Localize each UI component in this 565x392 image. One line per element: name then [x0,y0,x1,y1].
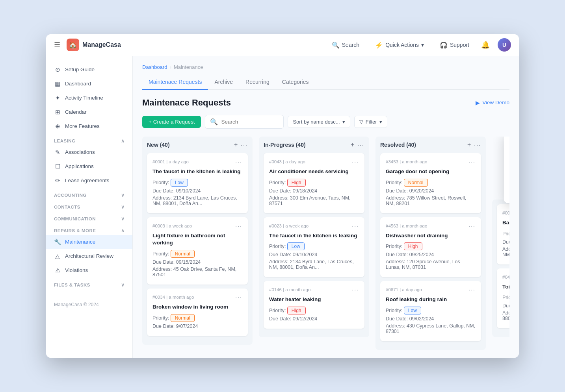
view-demo-button[interactable]: ▶ View Demo [476,100,509,106]
column-header-resolved: Resolved (40) + ··· [380,141,481,148]
card-0084[interactable]: #0084 | a week ago ··· Backyard fence da… [497,204,509,264]
search-icon: 🔍 [332,41,340,49]
card-0023[interactable]: #0023 | a week ago ··· The faucet in the… [264,217,364,277]
column-more-icon[interactable]: ··· [357,142,364,148]
popup-card-3453[interactable]: #3453 | a month ago ··· Garage door not … [504,137,509,203]
sidebar: ⊙ Setup Guide ▦ Dashboard ✦ Activity Tim… [46,56,133,358]
associations-icon: ✎ [54,149,61,156]
sidebar-item-lease-agreements[interactable]: ✏ Lease Agreements [46,174,132,188]
sidebar-section-contacts: Contacts ∨ [46,200,132,211]
add-card-icon[interactable]: + [467,141,471,148]
quick-actions-button[interactable]: ⚡ Quick Actions ▾ [371,39,428,51]
card-4563[interactable]: #4563 | a month ago ··· Dishwasher not d… [380,217,481,277]
chevron-icon: ∨ [121,216,125,222]
card-more-icon[interactable]: ··· [468,287,476,293]
column-more-icon[interactable]: ··· [241,142,248,148]
setup-icon: ⊙ [54,66,61,73]
sidebar-item-maintenance[interactable]: 🔧 Maintenance [46,235,132,249]
sidebar-item-applications[interactable]: ☐ Applications [46,159,132,174]
sidebar-section-files-tasks: Files & Tasks ∨ [46,277,132,289]
breadcrumb-maintenance: Maintenance [174,64,203,70]
sidebar-item-architectural-review[interactable]: △ Architectural Review [46,249,132,263]
sidebar-item-associations[interactable]: ✎ Associations [46,145,132,159]
top-nav: ☰ 🏠 ManageCasa 🔍 Search ⚡ Quick Actions … [46,34,519,56]
card-more-icon[interactable]: ··· [235,159,242,165]
sidebar-item-calendar[interactable]: ⊞ Calendar [46,105,132,119]
chevron-icon: ∨ [121,192,125,198]
sort-button[interactable]: Sort by name desc... ▾ [288,116,350,128]
card-0671[interactable]: #0671 | a day ago ··· Roof leaking durin… [380,281,481,341]
card-3453[interactable]: #3453 | a month ago ··· Garage door not … [380,153,481,213]
timeline-icon: ✦ [54,94,61,102]
main-layout: ⊙ Setup Guide ▦ Dashboard ✦ Activity Tim… [46,56,519,358]
kanban-column-in-progress: In-Progress (40) + ··· #0043 | a day ago… [259,137,369,338]
chevron-icon: ∨ [121,282,125,288]
chevron-down-icon: ▾ [342,119,345,125]
kanban-column-extra: #0084 | a week ago ··· Backyard fence da… [492,200,509,337]
applications-icon: ☐ [54,163,61,170]
create-request-button[interactable]: + Create a Request [142,116,201,128]
sidebar-item-dashboard[interactable]: ▦ Dashboard [46,77,132,91]
breadcrumb-separator: › [170,64,171,70]
card-more-icon[interactable]: ··· [352,159,359,165]
violations-icon: ⚠ [54,267,61,274]
calendar-icon: ⊞ [54,109,61,116]
sidebar-item-more-features[interactable]: ⊕ More Features [46,119,132,133]
chevron-down-icon: ▾ [379,119,382,125]
more-icon: ⊕ [54,123,61,130]
add-card-icon[interactable]: + [351,141,354,148]
avatar[interactable]: U [498,38,511,52]
lease-icon: ✏ [54,177,61,184]
card-0146[interactable]: #0146 | a month ago ··· Water heater lea… [264,281,364,329]
headset-icon: 🎧 [440,41,448,49]
filter-button[interactable]: ▽ Filter ▾ [354,116,387,128]
card-more-icon[interactable]: ··· [468,159,476,165]
breadcrumb-dashboard[interactable]: Dashboard [142,64,167,70]
fourth-column-area: #3453 | a month ago ··· Garage door not … [492,137,509,337]
nav-actions: 🔍 Search ⚡ Quick Actions ▾ 🎧 Support 🔔 U [328,38,511,52]
chevron-down-icon: ▾ [421,42,424,48]
card-0003[interactable]: #0003 | a week ago ··· Light fixture in … [147,217,248,285]
card-more-icon[interactable]: ··· [352,287,359,293]
card-0001[interactable]: #0001 | a day ago ··· The faucet in the … [147,153,248,213]
card-more-icon[interactable]: ··· [235,294,242,300]
column-header-new: New (40) + ··· [147,141,248,148]
search-icon: 🔍 [210,118,218,126]
column-header-in-progress: In-Progress (40) + ··· [264,141,364,148]
search-input[interactable] [221,119,279,125]
kanban-column-resolved: Resolved (40) + ··· #3453 | a month ago … [375,137,486,350]
kanban-board: New (40) + ··· #0001 | a day ago ··· The… [142,137,509,350]
column-more-icon[interactable]: ··· [474,142,481,148]
search-box[interactable]: 🔍 [205,115,284,129]
card-0456[interactable]: #0456 | a week ago ··· Toilet running co… [497,268,509,329]
tab-recurring[interactable]: Recurring [239,75,276,90]
logo-text: ManageCasa [82,41,121,48]
sidebar-item-setup-guide[interactable]: ⊙ Setup Guide [46,63,132,77]
card-more-icon[interactable]: ··· [468,223,476,229]
page-title: Maintenace Requests [142,98,231,108]
tab-categories[interactable]: Categories [276,75,315,90]
menu-icon[interactable]: ☰ [54,41,60,49]
sidebar-footer: ManageCasa © 2024 [46,297,132,312]
add-card-icon[interactable]: + [234,141,238,148]
play-icon: ▶ [476,100,480,106]
card-0043[interactable]: #0043 | a day ago ··· Air conditioner ne… [264,153,364,213]
sidebar-section-accounting: Accounting ∨ [46,188,132,200]
lightning-icon: ⚡ [375,41,383,49]
tab-maintenance-requests[interactable]: Maintenace Requests [142,75,208,90]
filter-icon: ▽ [359,119,363,125]
sidebar-section-repairs: Repairs & More ∧ [46,223,132,235]
card-more-icon[interactable]: ··· [352,223,359,229]
sidebar-item-violations[interactable]: ⚠ Violations [46,263,132,277]
bell-icon[interactable]: 🔔 [481,41,490,49]
sidebar-item-activity-timeline[interactable]: ✦ Activity Timeline [46,91,132,105]
card-0034[interactable]: #0034 | a month ago ··· Broken window in… [147,288,248,336]
breadcrumb: Dashboard › Maintenance [142,64,509,70]
logo-icon: 🏠 [67,39,79,51]
logo-area: 🏠 ManageCasa [67,39,328,51]
dashboard-icon: ▦ [54,80,61,87]
card-more-icon[interactable]: ··· [235,223,242,229]
tab-archive[interactable]: Archive [208,75,239,90]
search-button[interactable]: 🔍 Search [328,39,363,51]
support-button[interactable]: 🎧 Support [436,39,473,51]
